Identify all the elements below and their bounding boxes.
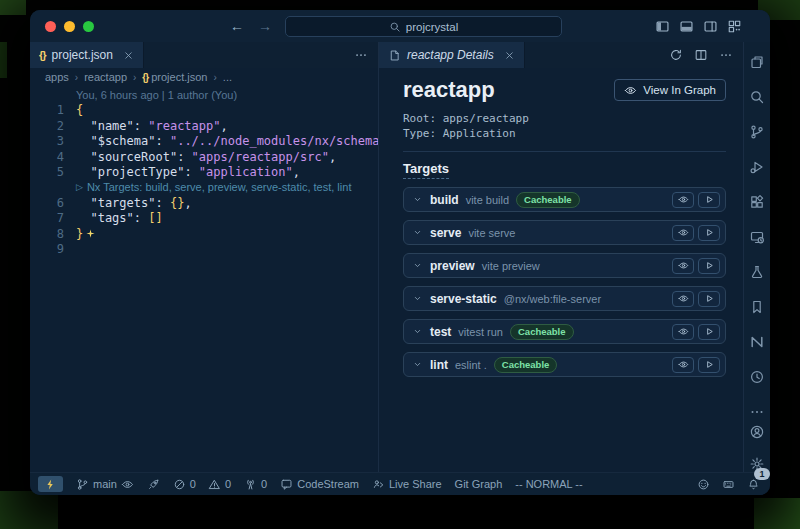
activity-settings[interactable]: 1 bbox=[749, 456, 765, 476]
code-line[interactable]: 4 "sourceRoot": "apps/reactapp/src", bbox=[30, 150, 378, 166]
close-tab-icon[interactable] bbox=[504, 50, 515, 61]
status-keyboard[interactable] bbox=[722, 478, 735, 491]
status-gitlens-launchpad[interactable] bbox=[147, 478, 160, 491]
run-target-button[interactable] bbox=[698, 225, 720, 241]
activity-timeline[interactable] bbox=[749, 369, 765, 389]
status-ports[interactable]: 0 bbox=[244, 478, 267, 491]
activity-remote-explorer[interactable] bbox=[749, 229, 765, 249]
code-line[interactable]: 5 "projectType": "application", bbox=[30, 165, 378, 181]
activity-run-debug[interactable] bbox=[749, 159, 765, 179]
error-icon bbox=[173, 478, 186, 491]
run-target-button[interactable] bbox=[698, 258, 720, 274]
gitlens-blame-annotation[interactable]: You, 6 hours ago | 1 author (You) bbox=[30, 88, 378, 103]
code-line[interactable]: 7 "tags": [] bbox=[30, 211, 378, 227]
account-icon bbox=[749, 424, 765, 440]
activity-explorer[interactable] bbox=[749, 54, 765, 74]
breadcrumb-item[interactable]: apps bbox=[45, 71, 69, 83]
refresh-icon[interactable] bbox=[669, 48, 683, 62]
activity-source-control[interactable] bbox=[749, 124, 765, 144]
chevron-down-icon[interactable] bbox=[412, 293, 423, 304]
status-bar-right bbox=[697, 478, 760, 491]
eye-icon bbox=[678, 227, 689, 238]
view-in-graph-label: View In Graph bbox=[643, 84, 716, 96]
activity-more-views[interactable] bbox=[749, 404, 765, 424]
view-target-button[interactable] bbox=[672, 258, 694, 274]
toggle-sidebar-right-icon[interactable] bbox=[703, 19, 718, 34]
run-target-button[interactable] bbox=[698, 357, 720, 373]
status-remote-indicator[interactable] bbox=[38, 476, 63, 492]
view-target-button[interactable] bbox=[672, 192, 694, 208]
view-target-button[interactable] bbox=[672, 291, 694, 307]
minimize-window-button[interactable] bbox=[64, 21, 75, 32]
view-in-graph-button[interactable]: View In Graph bbox=[614, 79, 726, 101]
status-git-branch[interactable]: main bbox=[76, 478, 134, 491]
target-row-build[interactable]: buildvite buildCacheable bbox=[403, 187, 726, 212]
run-target-button[interactable] bbox=[698, 291, 720, 307]
chevron-down-icon[interactable] bbox=[412, 227, 423, 238]
activity-extensions[interactable] bbox=[749, 194, 765, 214]
toggle-sidebar-left-icon[interactable] bbox=[655, 19, 670, 34]
json-icon: {} bbox=[39, 49, 46, 61]
forward-icon[interactable]: → bbox=[258, 18, 272, 34]
status-vim-mode[interactable]: -- NORMAL -- bbox=[515, 478, 582, 490]
chevron-down-icon[interactable] bbox=[412, 326, 423, 337]
code-line[interactable]: 6 "targets": {}, bbox=[30, 196, 378, 212]
nx-icon bbox=[749, 334, 765, 350]
tab-reactapp-details[interactable]: reactapp Details bbox=[379, 42, 525, 68]
chevron-down-icon[interactable] bbox=[412, 194, 423, 205]
nx-targets-codelens[interactable]: ▷Nx Targets: build, serve, preview, serv… bbox=[30, 181, 378, 196]
tab-label: reactapp Details bbox=[407, 48, 494, 62]
target-row-serve[interactable]: servevite serve bbox=[403, 220, 726, 245]
warning-icon bbox=[208, 478, 221, 491]
split-editor-icon[interactable] bbox=[694, 48, 708, 62]
tab-project-json[interactable]: {} project.json bbox=[30, 42, 144, 68]
play-icon bbox=[704, 359, 715, 370]
activity-search[interactable] bbox=[749, 89, 765, 109]
sparkle-icon[interactable] bbox=[85, 228, 96, 239]
activity-testing[interactable] bbox=[749, 264, 765, 284]
run-target-button[interactable] bbox=[698, 192, 720, 208]
back-icon[interactable]: ← bbox=[230, 18, 244, 34]
status-git-graph[interactable]: Git Graph bbox=[455, 478, 503, 490]
more-actions-icon[interactable] bbox=[354, 48, 368, 62]
code-line[interactable]: 1{ bbox=[30, 103, 378, 119]
close-window-button[interactable] bbox=[45, 21, 56, 32]
target-row-lint[interactable]: linteslint .Cacheable bbox=[403, 352, 726, 377]
breadcrumb-item[interactable]: {} project.json bbox=[142, 71, 207, 83]
breadcrumb-item[interactable]: reactapp bbox=[84, 71, 127, 83]
activity-bookmarks[interactable] bbox=[749, 299, 765, 319]
code-line[interactable]: 3 "$schema": "../../node_modules/nx/sche… bbox=[30, 134, 378, 150]
vscode-window: ← → projcrystal {} project.json bbox=[30, 10, 770, 495]
code-line[interactable]: 8} bbox=[30, 227, 378, 243]
chevron-down-icon[interactable] bbox=[412, 260, 423, 271]
eye-icon bbox=[624, 84, 637, 97]
project-type: Type: Application bbox=[403, 127, 726, 142]
view-target-button[interactable] bbox=[672, 225, 694, 241]
breadcrumb-item[interactable]: ... bbox=[223, 71, 232, 83]
chevron-down-icon[interactable] bbox=[412, 359, 423, 370]
view-target-button[interactable] bbox=[672, 357, 694, 373]
tab-bar-actions-right bbox=[669, 42, 743, 68]
breadcrumb-separator-icon: › bbox=[133, 72, 136, 83]
zoom-window-button[interactable] bbox=[83, 21, 94, 32]
code-line[interactable]: 2 "name": "reactapp", bbox=[30, 119, 378, 135]
more-actions-icon[interactable] bbox=[719, 48, 733, 62]
activity-account[interactable] bbox=[749, 424, 765, 444]
status-feedback[interactable] bbox=[697, 478, 710, 491]
code-editor[interactable]: You, 6 hours ago | 1 author (You)1{2 "na… bbox=[30, 86, 378, 472]
run-target-button[interactable] bbox=[698, 324, 720, 340]
status-live-share[interactable]: Live Share bbox=[372, 478, 442, 491]
toggle-panel-icon[interactable] bbox=[679, 19, 694, 34]
status-codestream[interactable]: CodeStream bbox=[280, 478, 359, 491]
target-row-serve-static[interactable]: serve-static@nx/web:file-server bbox=[403, 286, 726, 311]
activity-nx-console[interactable] bbox=[749, 334, 765, 354]
close-tab-icon[interactable] bbox=[123, 50, 134, 61]
code-line[interactable]: 9 bbox=[30, 242, 378, 258]
view-target-button[interactable] bbox=[672, 324, 694, 340]
activity-bar-top bbox=[749, 54, 765, 424]
status-problems[interactable]: 00 bbox=[173, 478, 231, 491]
customize-layout-icon[interactable] bbox=[727, 19, 742, 34]
command-center-search[interactable]: projcrystal bbox=[285, 16, 562, 37]
target-row-preview[interactable]: previewvite preview bbox=[403, 253, 726, 278]
target-row-test[interactable]: testvitest runCacheable bbox=[403, 319, 726, 344]
